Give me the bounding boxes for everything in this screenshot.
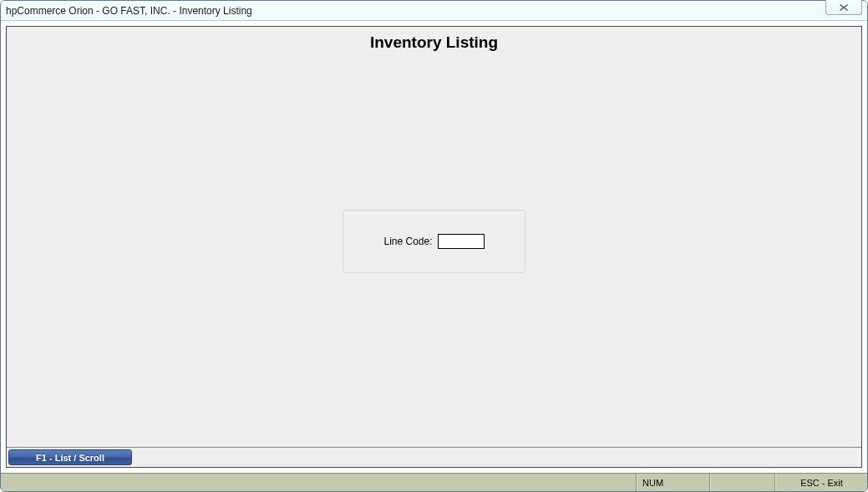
f1-list-scroll-button[interactable]: F1 - List / Scroll [8, 449, 132, 465]
content-area: Inventory Listing Line Code: F1 - List /… [1, 21, 867, 473]
app-window: hpCommerce Orion - GO FAST, INC. - Inven… [0, 0, 868, 492]
line-code-input[interactable] [438, 234, 485, 249]
line-code-label: Line Code: [383, 236, 432, 247]
status-exit-button[interactable]: ESC - Exit [775, 474, 867, 491]
status-numlock: NUM [637, 474, 710, 491]
status-gap [710, 474, 775, 491]
toolbar: F1 - List / Scroll [7, 447, 861, 467]
window-title: hpCommerce Orion - GO FAST, INC. - Inven… [6, 5, 862, 17]
inner-panel: Inventory Listing Line Code: F1 - List /… [6, 26, 862, 468]
close-button[interactable] [825, 0, 862, 15]
status-main [1, 474, 637, 491]
titlebar: hpCommerce Orion - GO FAST, INC. - Inven… [1, 1, 867, 21]
statusbar: NUM ESC - Exit [1, 473, 867, 491]
center-area: Line Code: [7, 35, 861, 447]
line-code-group: Line Code: [343, 210, 525, 273]
close-icon [839, 3, 849, 12]
